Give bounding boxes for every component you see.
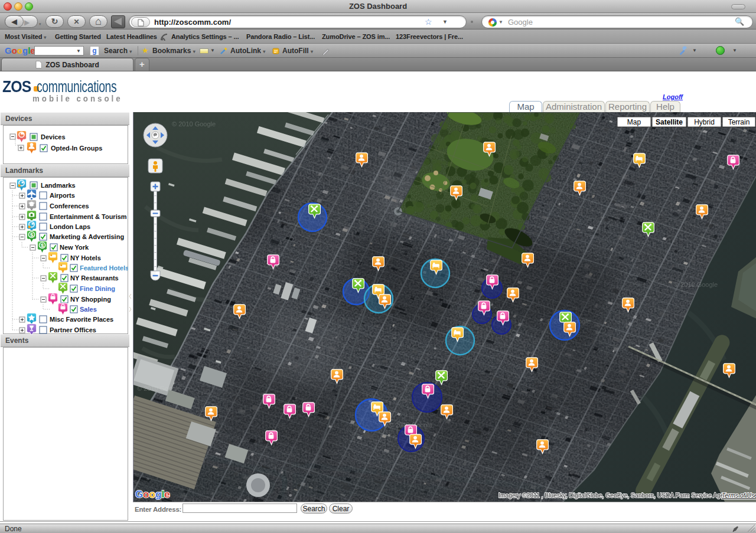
svg-text:Terms of Use: Terms of Use bbox=[722, 492, 756, 499]
svg-text:© 2010 Google: © 2010 Google bbox=[674, 281, 718, 288]
svg-text:o: o bbox=[149, 489, 155, 500]
svg-text:© 2010 Google: © 2010 Google bbox=[172, 120, 216, 127]
svg-text:Entertainment & Tourism: Entertainment & Tourism bbox=[50, 213, 127, 220]
svg-text:Terrain: Terrain bbox=[728, 118, 750, 126]
svg-text:$: $ bbox=[30, 232, 34, 238]
svg-text:Devices: Devices bbox=[41, 133, 66, 140]
svg-text:G: G bbox=[135, 489, 143, 500]
svg-text:Map: Map bbox=[627, 118, 641, 126]
svg-text:$: $ bbox=[41, 243, 44, 248]
svg-text:Partner Offices: Partner Offices bbox=[50, 326, 96, 333]
svg-text:Misc Favorite Places: Misc Favorite Places bbox=[50, 316, 113, 323]
svg-text:NY Restaurants: NY Restaurants bbox=[70, 274, 119, 282]
svg-text:New York: New York bbox=[60, 244, 89, 251]
svg-text:e: e bbox=[164, 489, 170, 500]
svg-text:Landmarks: Landmarks bbox=[41, 182, 76, 189]
svg-text:© 2010 Google: © 2010 Google bbox=[137, 385, 181, 392]
svg-text:g: g bbox=[155, 489, 161, 500]
svg-text:Conferences: Conferences bbox=[50, 202, 89, 210]
svg-text:Opted-In Groups: Opted-In Groups bbox=[51, 145, 102, 152]
svg-text:Sales: Sales bbox=[80, 306, 97, 313]
svg-text:London Laps: London Laps bbox=[50, 223, 90, 230]
svg-text:Airports: Airports bbox=[50, 192, 75, 199]
svg-text:NY Hotels: NY Hotels bbox=[70, 254, 101, 261]
svg-text:NY Shopping: NY Shopping bbox=[70, 296, 111, 303]
svg-text:Satellite: Satellite bbox=[656, 118, 683, 126]
svg-text:Imagery ©2011 , Bluesky, Digit: Imagery ©2011 , Bluesky, DigitalGlobe, G… bbox=[498, 492, 734, 499]
svg-text:Featured Hotels: Featured Hotels bbox=[80, 264, 128, 272]
svg-text:Marketing & Advertising: Marketing & Advertising bbox=[50, 233, 124, 240]
svg-text:o: o bbox=[143, 489, 149, 500]
svg-text:Fine Dining: Fine Dining bbox=[80, 285, 115, 292]
svg-text:Hybrid: Hybrid bbox=[694, 118, 715, 126]
